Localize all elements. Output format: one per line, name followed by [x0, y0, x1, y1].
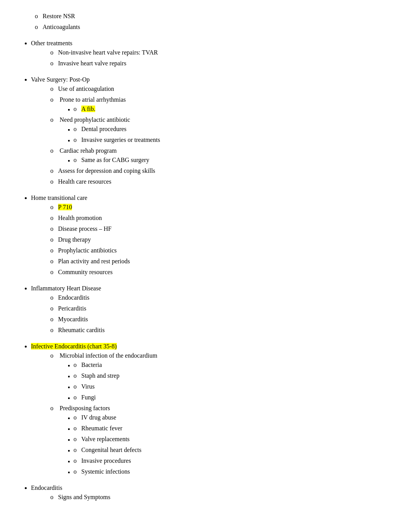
list-item: Congenital heart defects	[74, 445, 396, 455]
list-item: Prophylactic antibiotics	[50, 246, 396, 255]
list-item: A fib.	[74, 104, 396, 114]
list-item: Myocarditis	[50, 315, 396, 324]
afib-highlight: A fib.	[81, 106, 95, 112]
list-item: Community resources	[50, 268, 396, 277]
list-item-valve-surgery: Valve Surgery: Post-Op Use of anticoagul…	[31, 75, 396, 186]
inflammatory-label: Inflammatory Heart Disease	[31, 285, 101, 292]
list-item: Same as for CABG surgery	[74, 155, 396, 165]
list-item: Virus	[74, 382, 396, 391]
list-item: Valve replacements	[74, 435, 396, 444]
list-item: Prone to atrial arrhythmias A fib.	[50, 95, 396, 114]
list-item: Plan activity and rest periods	[50, 257, 396, 266]
list-item: Bacteria	[74, 360, 396, 370]
list-item-signs-symptoms: Signs and Symptoms	[50, 493, 396, 502]
list-item: Anticoagulants	[35, 22, 396, 32]
list-item: Need prophylactic antibiotic Dental proc…	[50, 115, 396, 145]
home-transitional-list: Home transitional care P 710 Health prom…	[27, 193, 396, 277]
prone-sub: A fib.	[70, 104, 396, 114]
list-item: Health care resources	[50, 177, 396, 186]
list-item-infective-endocarditis: Infective Endocarditis (chart 35-8) Micr…	[31, 342, 396, 476]
p710-highlight: P 710	[58, 204, 72, 210]
infective-endocarditis-list: Infective Endocarditis (chart 35-8) Micr…	[27, 342, 396, 476]
endocarditis-label: Endocarditis	[31, 484, 62, 491]
valve-surgery-children: Use of anticoagulation Prone to atrial a…	[46, 84, 396, 186]
list-item: Pericarditis	[50, 304, 396, 313]
home-transitional-children: P 710 Health promotion Disease process –…	[46, 203, 396, 277]
list-item: Disease process – HF	[50, 224, 396, 234]
inflammatory-list: Inflammatory Heart Disease Endocarditis …	[27, 284, 396, 335]
valve-surgery-list: Valve Surgery: Post-Op Use of anticoagul…	[27, 75, 396, 186]
list-item: Assess for depression and coping skills	[50, 166, 396, 176]
list-item-endocarditis: Endocarditis Signs and Symptoms	[31, 483, 396, 502]
list-item: Cardiac rehab program Same as for CABG s…	[50, 146, 396, 165]
cardiac-rehab-sub: Same as for CABG surgery	[70, 155, 396, 165]
list-item: Health promotion	[50, 213, 396, 223]
list-item: Rheumatic fever	[74, 424, 396, 433]
infective-endocarditis-label: Infective Endocarditis (chart 35-8)	[31, 343, 117, 350]
list-item: Invasive heart valve repairs	[50, 59, 396, 68]
endocarditis-children: Signs and Symptoms	[46, 493, 396, 502]
list-item-other-treatments: Other treatments Non-invasive heart valv…	[31, 39, 396, 68]
infective-endocarditis-children: Microbial infection of the endocardium B…	[46, 351, 396, 476]
list-item: Dental procedures	[74, 124, 396, 134]
list-item: Invasive procedures	[74, 456, 396, 466]
other-treatments-children: Non-invasive heart valve repairs: TVAR I…	[46, 48, 396, 68]
list-item: Invasive surgeries or treatments	[74, 135, 396, 145]
valve-surgery-label: Valve Surgery: Post-Op	[31, 76, 90, 83]
list-item: Drug therapy	[50, 235, 396, 244]
list-item: Staph and strep	[74, 371, 396, 380]
list-item-inflammatory: Inflammatory Heart Disease Endocarditis …	[31, 284, 396, 335]
endocarditis-list: Endocarditis Signs and Symptoms	[27, 483, 396, 502]
list-item-p710: P 710	[50, 203, 396, 212]
list-item-home-transitional: Home transitional care P 710 Health prom…	[31, 193, 396, 277]
list-item: Endocarditis	[50, 293, 396, 302]
intro-list: Restore NSR Anticoagulants	[31, 12, 396, 32]
predisposing-sub: IV drug abuse Rheumatic fever Valve repl…	[70, 413, 396, 476]
other-treatments-list: Other treatments Non-invasive heart valv…	[27, 39, 396, 68]
other-treatments-label: Other treatments	[31, 40, 72, 46]
list-item: Fungi	[74, 393, 396, 402]
list-item: Restore NSR	[35, 12, 396, 21]
microbial-sub: Bacteria Staph and strep Virus Fungi	[70, 360, 396, 402]
prophylactic-sub: Dental procedures Invasive surgeries or …	[70, 124, 396, 145]
list-item: Systemic infections	[74, 467, 396, 476]
list-item: Rheumatic carditis	[50, 326, 396, 335]
list-item-predisposing: Predisposing factors IV drug abuse Rheum…	[50, 404, 396, 476]
home-transitional-label: Home transitional care	[31, 194, 87, 201]
list-item-microbial: Microbial infection of the endocardium B…	[50, 351, 396, 402]
list-item: Non-invasive heart valve repairs: TVAR	[50, 48, 396, 57]
list-item: IV drug abuse	[74, 413, 396, 422]
list-item: Use of anticoagulation	[50, 84, 396, 94]
inflammatory-children: Endocarditis Pericarditis Myocarditis Rh…	[46, 293, 396, 335]
